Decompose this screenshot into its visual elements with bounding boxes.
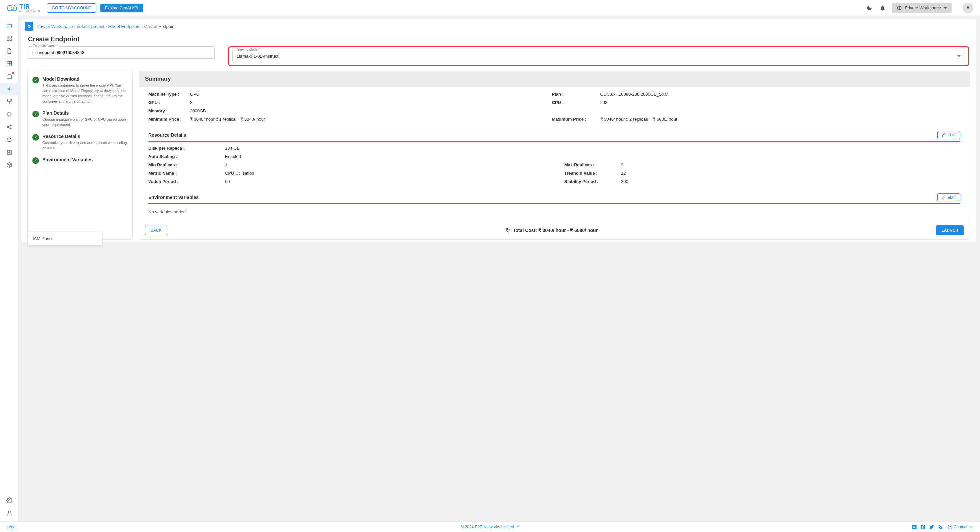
crumb-current: Create Endpoint bbox=[144, 24, 176, 29]
svg-rect-2 bbox=[7, 36, 9, 38]
serving-model-select[interactable]: Llama-3.1-8B-Instruct bbox=[232, 50, 965, 62]
total-cost: Total Cost: ₹ 3040/ hour - ₹ 6080/ hour bbox=[506, 228, 598, 233]
my-account-button[interactable]: GO TO MYACCOUNT bbox=[47, 3, 96, 13]
workspace-name: Private Workspace bbox=[905, 5, 941, 10]
check-icon: ✓ bbox=[32, 157, 39, 164]
sidenav-settings[interactable] bbox=[0, 494, 19, 507]
svg-point-24 bbox=[938, 528, 939, 529]
svg-rect-5 bbox=[10, 39, 12, 41]
serving-model-field: Serving Model * Llama-3.1-8B-Instruct bbox=[232, 50, 965, 62]
svg-point-15 bbox=[10, 128, 11, 129]
endpoint-name-field: Endpoint Name * bbox=[28, 46, 215, 66]
check-icon: ✓ bbox=[32, 111, 39, 117]
step-model-download: ✓ Model DownloadTIR uses containers to s… bbox=[32, 76, 128, 104]
iam-tooltip: IAM Panel bbox=[28, 232, 103, 245]
breadcrumb-toggle[interactable] bbox=[25, 22, 33, 31]
svg-rect-7 bbox=[7, 75, 12, 78]
launch-button[interactable]: LAUNCH bbox=[936, 225, 964, 235]
help-icon bbox=[948, 525, 952, 529]
globe-icon bbox=[897, 5, 902, 11]
sidenav-dashboard[interactable] bbox=[0, 32, 19, 45]
step-env-vars: ✓ Environment Variables bbox=[32, 157, 128, 164]
serving-model-highlight: Serving Model * Llama-3.1-8B-Instruct bbox=[228, 46, 969, 66]
avatar[interactable]: A bbox=[963, 3, 973, 13]
sidenav-sync[interactable] bbox=[0, 133, 19, 146]
contact-link[interactable]: Contact Us bbox=[948, 525, 973, 529]
summary-title: Summary bbox=[139, 71, 970, 87]
serving-model-label: Serving Model * bbox=[235, 48, 262, 51]
workspace-dropdown[interactable]: Private Workspace bbox=[892, 3, 952, 13]
summary-panel: Summary Machine Type :GPU Plan :GDC.8xH1… bbox=[138, 71, 970, 240]
facebook-icon[interactable] bbox=[920, 524, 926, 530]
sidenav bbox=[0, 16, 19, 521]
sidenav-endpoints[interactable] bbox=[0, 83, 19, 96]
topbar: TIRAI PLATFORM GO TO MYACCOUNT Explore G… bbox=[0, 0, 980, 16]
linkedin-icon[interactable] bbox=[912, 524, 917, 530]
env-vars-section: Environment Variables EDIT bbox=[148, 193, 960, 204]
step-plan-details: ✓ Plan DetailsChoose a suitable plan of … bbox=[32, 110, 128, 127]
svg-point-19 bbox=[507, 229, 508, 230]
endpoint-name-input[interactable] bbox=[28, 46, 215, 59]
crumb-workspace[interactable]: Private Workspace bbox=[37, 24, 73, 29]
svg-point-10 bbox=[11, 99, 12, 100]
sidenav-pipeline[interactable] bbox=[0, 96, 19, 108]
crumb-project[interactable]: default-project bbox=[77, 24, 104, 29]
sidenav-iam[interactable] bbox=[0, 507, 19, 519]
pencil-icon bbox=[942, 195, 946, 199]
chevron-down-icon bbox=[943, 6, 947, 10]
main-content: Private Workspace › default-project › Mo… bbox=[19, 16, 980, 521]
explore-genai-button[interactable]: Explore GenAI API bbox=[100, 4, 143, 12]
steps-panel: ✓ Model DownloadTIR uses containers to s… bbox=[27, 71, 133, 240]
notifications-icon[interactable] bbox=[879, 4, 887, 12]
logo-text: TIRAI PLATFORM bbox=[19, 4, 40, 12]
svg-point-13 bbox=[10, 125, 11, 126]
sidenav-chip[interactable] bbox=[0, 108, 19, 121]
legal-link[interactable]: Legal bbox=[7, 525, 16, 529]
sidenav-briefcase[interactable] bbox=[0, 70, 19, 83]
logo-icon bbox=[7, 4, 18, 12]
edit-env-button[interactable]: EDIT bbox=[937, 193, 960, 201]
page-title: Create Endpoint bbox=[21, 31, 976, 46]
svg-point-18 bbox=[8, 511, 10, 513]
no-variables-text: No variables added bbox=[148, 206, 960, 218]
check-icon: ✓ bbox=[32, 76, 39, 83]
rss-icon[interactable] bbox=[938, 524, 943, 530]
sidenav-cube[interactable] bbox=[0, 159, 19, 171]
pencil-icon bbox=[942, 133, 946, 137]
sidenav-file[interactable] bbox=[0, 45, 19, 57]
svg-point-8 bbox=[9, 88, 10, 90]
copyright: © 2024 E2E Networks Limited ™ bbox=[461, 525, 519, 529]
svg-rect-21 bbox=[913, 526, 914, 528]
svg-rect-3 bbox=[10, 36, 12, 38]
svg-point-22 bbox=[913, 525, 914, 526]
theme-toggle-icon[interactable] bbox=[865, 4, 873, 12]
svg-point-11 bbox=[9, 103, 10, 104]
serving-model-value: Llama-3.1-8B-Instruct bbox=[237, 54, 278, 59]
resource-details-section: Resource Details EDIT bbox=[148, 131, 960, 142]
endpoint-name-label: Endpoint Name * bbox=[31, 44, 59, 48]
svg-point-17 bbox=[9, 500, 10, 501]
chevron-down-icon bbox=[957, 55, 961, 58]
svg-rect-4 bbox=[7, 39, 9, 41]
svg-rect-12 bbox=[8, 113, 11, 116]
breadcrumb: Private Workspace › default-project › Mo… bbox=[37, 24, 176, 29]
svg-point-14 bbox=[7, 127, 8, 127]
sidenav-folder[interactable] bbox=[0, 19, 19, 32]
step-resource-details: ✓ Resource DetailsCustomize your disk sp… bbox=[32, 134, 128, 151]
logo[interactable]: TIRAI PLATFORM bbox=[7, 4, 40, 12]
svg-rect-0 bbox=[11, 7, 13, 9]
footer: Legal © 2024 E2E Networks Limited ™ Cont… bbox=[0, 521, 980, 532]
check-icon: ✓ bbox=[32, 134, 39, 141]
sidenav-share[interactable] bbox=[0, 121, 19, 133]
svg-point-9 bbox=[7, 99, 8, 100]
crumb-endpoints[interactable]: Model Endpoints bbox=[108, 24, 140, 29]
sidenav-import[interactable] bbox=[0, 146, 19, 159]
edit-resource-button[interactable]: EDIT bbox=[937, 131, 960, 139]
sidenav-grid[interactable] bbox=[0, 57, 19, 70]
tag-icon bbox=[506, 228, 511, 233]
back-button[interactable]: BACK bbox=[145, 226, 167, 235]
twitter-icon[interactable] bbox=[929, 524, 934, 530]
